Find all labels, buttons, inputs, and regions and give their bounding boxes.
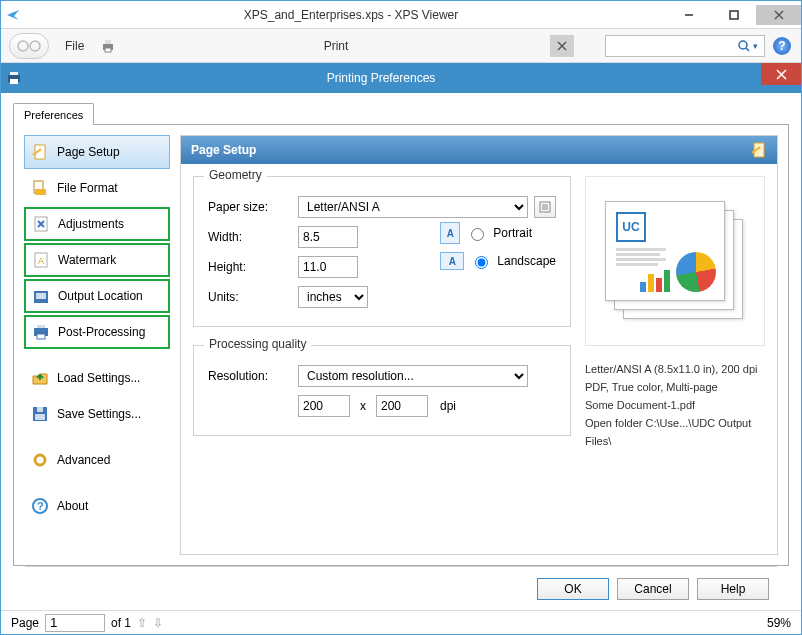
units-select[interactable]: inches <box>298 286 368 308</box>
post-processing-icon <box>32 323 50 341</box>
svg-rect-32 <box>37 407 43 412</box>
save-settings-icon <box>31 405 49 423</box>
height-label: Height: <box>208 260 298 274</box>
info-line: Open folder C:\Use...\UDC Output Files\ <box>585 414 765 450</box>
adjustments-icon <box>32 215 50 233</box>
preview-panel: UC Letter <box>585 176 765 542</box>
sidebar-item-label: Adjustments <box>58 217 124 231</box>
orientation-landscape[interactable]: ALandscape <box>440 252 556 270</box>
sidebar-item-label: Post-Processing <box>58 325 145 339</box>
svg-point-5 <box>30 41 40 51</box>
units-label: Units: <box>208 290 298 304</box>
paper-size-label: Paper size: <box>208 200 298 214</box>
sidebar: Page Setup File Format Adjustments A Wat… <box>24 135 170 555</box>
help-icon[interactable]: ? <box>773 37 791 55</box>
landscape-label: Landscape <box>497 254 556 268</box>
dpi-multiply: x <box>350 399 376 413</box>
tab-preferences[interactable]: Preferences <box>13 103 94 125</box>
maximize-button[interactable] <box>711 5 756 25</box>
page-down-icon[interactable]: ⇩ <box>153 616 163 630</box>
quality-legend: Processing quality <box>204 337 311 351</box>
width-label: Width: <box>208 230 298 244</box>
sidebar-item-file-format[interactable]: File Format <box>24 171 170 205</box>
sidebar-item-advanced[interactable]: Advanced <box>24 443 170 477</box>
svg-rect-26 <box>36 293 46 299</box>
search-input[interactable]: ▾ <box>605 35 765 57</box>
svg-rect-28 <box>37 325 45 328</box>
app-toolbar: File Print ▾ ? <box>1 29 801 63</box>
sidebar-item-output-location[interactable]: Output Location <box>24 279 170 313</box>
svg-rect-1 <box>730 11 738 19</box>
dpi-x-input[interactable] <box>298 395 350 417</box>
resolution-label: Resolution: <box>208 369 298 383</box>
sidebar-item-post-processing[interactable]: Post-Processing <box>24 315 170 349</box>
cancel-button[interactable]: Cancel <box>617 578 689 600</box>
paper-size-select[interactable]: Letter/ANSI A <box>298 196 528 218</box>
ok-button[interactable]: OK <box>537 578 609 600</box>
orientation-portrait[interactable]: APortrait <box>440 222 556 244</box>
toolbar-title: Print <box>121 39 551 53</box>
processing-quality-group: Processing quality Resolution: Custom re… <box>193 345 571 436</box>
svg-point-4 <box>18 41 28 51</box>
panel-header: Page Setup <box>181 136 777 164</box>
svg-rect-21 <box>35 189 46 195</box>
dpi-y-input[interactable] <box>376 395 428 417</box>
help-button[interactable]: Help <box>697 578 769 600</box>
window-title: XPS_and_Enterprises.xps - XPS Viewer <box>1 8 701 22</box>
main-panel: Page Setup Geometry Paper s <box>180 135 778 555</box>
gear-icon <box>31 451 49 469</box>
sidebar-item-label: File Format <box>57 181 118 195</box>
close-button[interactable] <box>756 5 801 25</box>
output-location-icon <box>32 287 50 305</box>
zoom-level: 59% <box>767 616 791 630</box>
sidebar-item-label: Advanced <box>57 453 110 467</box>
dpi-suffix: dpi <box>428 399 456 413</box>
print-toolbar-icon[interactable] <box>92 38 124 54</box>
paper-size-manage-button[interactable] <box>534 196 556 218</box>
dialog-close-button[interactable] <box>761 63 801 85</box>
width-input[interactable] <box>298 226 358 248</box>
status-bar: Page of 1 ⇧ ⇩ 59% <box>1 610 801 634</box>
toolbar-close-button[interactable] <box>550 35 574 57</box>
sidebar-item-adjustments[interactable]: Adjustments <box>24 207 170 241</box>
height-input[interactable] <box>298 256 358 278</box>
portrait-radio[interactable] <box>471 228 484 241</box>
sidebar-item-watermark[interactable]: A Watermark <box>24 243 170 277</box>
page-up-icon[interactable]: ⇧ <box>137 616 147 630</box>
file-menu[interactable]: File <box>57 39 92 53</box>
sidebar-item-page-setup[interactable]: Page Setup <box>24 135 170 169</box>
svg-text:A: A <box>38 256 44 266</box>
app-window: XPS_and_Enterprises.xps - XPS Viewer Fil… <box>0 0 802 635</box>
sidebar-item-about[interactable]: ? About <box>24 489 170 523</box>
dialog-title: Printing Preferences <box>1 71 761 85</box>
resolution-select[interactable]: Custom resolution... <box>298 365 528 387</box>
landscape-radio[interactable] <box>475 256 488 269</box>
load-settings-icon <box>31 369 49 387</box>
sidebar-item-label: About <box>57 499 88 513</box>
view-icon[interactable] <box>9 33 49 59</box>
svg-point-34 <box>38 458 42 462</box>
geometry-legend: Geometry <box>204 168 267 182</box>
panel-header-icon <box>751 142 767 158</box>
info-line: Letter/ANSI A (8.5x11.0 in), 200 dpi <box>585 360 765 378</box>
printing-preferences-dialog: Printing Preferences Preferences Page Se… <box>1 63 801 610</box>
svg-rect-8 <box>105 48 111 52</box>
preview-info: Letter/ANSI A (8.5x11.0 in), 200 dpi PDF… <box>585 360 765 450</box>
sidebar-item-label: Page Setup <box>57 145 120 159</box>
svg-line-12 <box>746 48 749 51</box>
info-line: PDF, True color, Multi-page <box>585 378 765 396</box>
sidebar-item-load-settings[interactable]: Load Settings... <box>24 361 170 395</box>
page-input[interactable] <box>45 614 105 632</box>
file-format-icon <box>31 179 49 197</box>
info-line: Some Document-1.pdf <box>585 396 765 414</box>
sidebar-item-label: Output Location <box>58 289 143 303</box>
logo-icon: UC <box>616 212 646 242</box>
geometry-group: Geometry Paper size: Letter/ANSI A <box>193 176 571 327</box>
sidebar-item-save-settings[interactable]: Save Settings... <box>24 397 170 431</box>
svg-point-11 <box>739 41 747 49</box>
svg-rect-31 <box>35 414 45 420</box>
panel-title: Page Setup <box>191 143 256 157</box>
preview-image: UC <box>585 176 765 346</box>
svg-text:?: ? <box>37 500 44 512</box>
about-icon: ? <box>31 497 49 515</box>
